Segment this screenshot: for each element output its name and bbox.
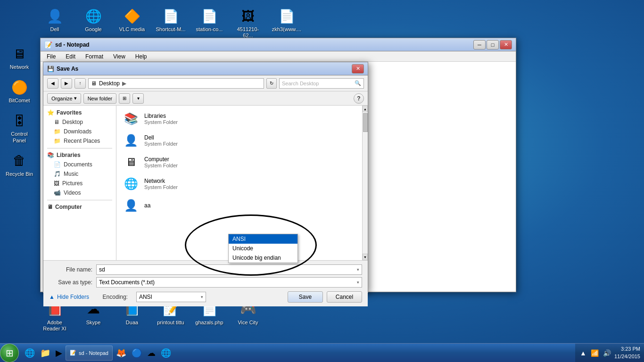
scroll-down-arrow[interactable]: ▼ bbox=[363, 254, 368, 260]
vice-city-label: Vice City bbox=[238, 320, 258, 326]
tray-show-hidden-icon[interactable]: ▲ bbox=[579, 349, 587, 357]
sidebar-item-documents[interactable]: 📄 Documents bbox=[43, 160, 116, 169]
libraries-label: Libraries bbox=[57, 152, 81, 158]
new-folder-button[interactable]: New folder bbox=[83, 93, 117, 104]
taskbar-explorer-icon[interactable]: 📁 bbox=[38, 347, 52, 359]
refresh-button[interactable]: ↻ bbox=[266, 78, 277, 89]
location-text: Desktop bbox=[99, 80, 120, 87]
taskbar-media-icon[interactable]: ▶ bbox=[54, 347, 64, 359]
tray-volume-icon[interactable]: 🔊 bbox=[602, 349, 612, 357]
menu-help[interactable]: Help bbox=[132, 52, 151, 61]
menu-format[interactable]: Format bbox=[82, 52, 107, 61]
recycle-bin-icon: 🗑 bbox=[10, 151, 29, 170]
encoding-option-ansi[interactable]: ANSI bbox=[229, 234, 297, 244]
location-bar[interactable]: 🖥 Desktop ▶ bbox=[88, 78, 264, 89]
taskbar-chrome-icon[interactable]: 🔵 bbox=[130, 347, 144, 359]
station-label: station-co... bbox=[196, 26, 223, 33]
file-item-dell[interactable]: 👤 Dell System Folder bbox=[119, 130, 360, 151]
search-bar[interactable]: Search Desktop 🔍 bbox=[279, 78, 364, 89]
desktop-icon-station[interactable]: 📄 station-co... bbox=[192, 5, 226, 41]
file-item-network[interactable]: 🌐 Network System Folder bbox=[119, 173, 360, 195]
view-button[interactable]: ⊞ bbox=[119, 93, 130, 104]
desktop-icon-control-panel[interactable]: 🎛 Control Panel bbox=[2, 109, 36, 145]
desktop-icon-network[interactable]: 🖥 Network bbox=[2, 42, 36, 72]
computer-section: 🖥 Computer bbox=[43, 202, 116, 212]
skype-label: Skype bbox=[86, 320, 101, 326]
favorites-star-icon: ⭐ bbox=[47, 109, 54, 116]
menu-view[interactable]: View bbox=[109, 52, 129, 61]
save-button[interactable]: Save bbox=[288, 291, 323, 303]
desktop-folder-label: Desktop bbox=[62, 119, 83, 125]
taskbar-notepad-item[interactable]: 📝 sd - Notepad bbox=[66, 346, 113, 361]
taskbar-ie2-icon[interactable]: 🌐 bbox=[159, 347, 173, 359]
nav-back-button[interactable]: ◀ bbox=[47, 78, 58, 89]
sidebar-item-recent-places[interactable]: 📁 Recent Places bbox=[43, 136, 116, 146]
desktop-icon-bitcomet[interactable]: 🟠 BitComet bbox=[2, 76, 36, 106]
desktop-icons-left: 🖥 Network 🟠 BitComet 🎛 Control Panel 🗑 R… bbox=[0, 38, 39, 184]
start-button[interactable]: ⊞ bbox=[0, 344, 19, 362]
organize-button[interactable]: Organize ▾ bbox=[47, 93, 81, 104]
taskbar-skype-icon[interactable]: ☁ bbox=[145, 347, 157, 359]
file-name-value: sd bbox=[99, 266, 105, 273]
shortcut-label: Shortcut-M... bbox=[156, 26, 186, 33]
cancel-button[interactable]: Cancel bbox=[327, 291, 362, 303]
taskbar-clock[interactable]: 3:23 PM 11/24/2015 bbox=[614, 346, 640, 360]
taskbar: ⊞ 🌐 📁 ▶ 📝 sd - Notepad 🦊 🔵 ☁ 🌐 ▲ 📶 🔊 3:2… bbox=[0, 343, 644, 362]
file-item-aa[interactable]: 👤 aa bbox=[119, 195, 360, 216]
desktop-icon-shortcut[interactable]: 📄 Shortcut-M... bbox=[154, 5, 188, 41]
hide-folders-button[interactable]: ▲ Hide Folders bbox=[49, 294, 89, 300]
computer-folder-type: System Folder bbox=[144, 163, 178, 168]
sidebar-item-desktop[interactable]: 🖥 Desktop bbox=[43, 117, 116, 127]
desktop-icon-dell[interactable]: 👤 Dell bbox=[38, 5, 72, 41]
sidebar-item-music[interactable]: 🎵 Music bbox=[43, 169, 116, 179]
save-type-dropdown[interactable]: Text Documents (*.txt) ▾ bbox=[96, 277, 362, 288]
desktop-icon-recycle-bin[interactable]: 🗑 Recycle Bin bbox=[2, 149, 36, 179]
file-name-input[interactable]: sd ▾ bbox=[96, 264, 362, 275]
nav-forward-button[interactable]: ▶ bbox=[61, 78, 72, 89]
notepad-titlebar[interactable]: 📝 sd - Notepad ─ □ ✕ bbox=[41, 38, 516, 51]
menu-file[interactable]: File bbox=[43, 52, 59, 61]
tray-network-icon[interactable]: 📶 bbox=[590, 349, 600, 357]
sidebar-item-videos[interactable]: 📹 Videos bbox=[43, 188, 116, 197]
dialog-left-panel: ⭐ Favorites 🖥 Desktop 📁 Downloads 📁 bbox=[43, 106, 116, 260]
notepad-maximize-button[interactable]: □ bbox=[487, 40, 499, 49]
search-icon: 🔍 bbox=[355, 80, 361, 86]
dell-folder-name: Dell bbox=[144, 134, 178, 141]
scroll-thumb[interactable] bbox=[363, 113, 368, 132]
save-type-arrow: ▾ bbox=[357, 280, 359, 285]
desktop-icon-file1[interactable]: 🖼 4511210-62... bbox=[231, 5, 265, 41]
encoding-option-unicode-big[interactable]: Unicode big endian bbox=[229, 253, 297, 263]
dell-folder-type: System Folder bbox=[144, 141, 178, 147]
notepad-close-button[interactable]: ✕ bbox=[500, 40, 512, 49]
desktop-icon-file2[interactable]: 📄 zkh3(www.... bbox=[270, 5, 304, 41]
nav-up-button[interactable]: ↑ bbox=[74, 78, 86, 89]
documents-icon: 📄 bbox=[54, 161, 61, 168]
encoding-option-unicode[interactable]: Unicode bbox=[229, 244, 297, 253]
save-type-value: Text Documents (*.txt) bbox=[99, 279, 155, 286]
desktop-icon-google[interactable]: 🌐 Google bbox=[76, 5, 110, 41]
dialog-scrollbar[interactable]: ▲ ▼ bbox=[362, 106, 368, 260]
notepad-minimize-button[interactable]: ─ bbox=[473, 40, 486, 49]
dialog-close-button[interactable]: ✕ bbox=[352, 64, 364, 74]
taskbar-firefox-icon[interactable]: 🦊 bbox=[114, 347, 128, 359]
panel-divider-1 bbox=[47, 148, 112, 148]
desktop-icon-vlc[interactable]: 🔶 VLC media bbox=[115, 5, 149, 41]
location-arrow: ▶ bbox=[122, 80, 126, 87]
file-name-row: File name: sd ▾ bbox=[49, 264, 362, 275]
scroll-track bbox=[363, 112, 368, 254]
help-button[interactable]: ? bbox=[354, 93, 364, 104]
sidebar-item-pictures[interactable]: 🖼 Pictures bbox=[43, 179, 116, 188]
file-item-libraries[interactable]: 📚 Libraries System Folder bbox=[119, 108, 360, 130]
dialog-title-icon: 💾 bbox=[47, 66, 54, 72]
taskbar-ie-icon[interactable]: 🌐 bbox=[23, 347, 37, 359]
sidebar-item-downloads[interactable]: 📁 Downloads bbox=[43, 127, 116, 136]
dialog-bottom: File name: sd ▾ Save as type: Text Docum… bbox=[43, 260, 368, 306]
panel-divider-2 bbox=[47, 200, 112, 200]
libraries-header: 📚 Libraries bbox=[43, 150, 116, 160]
view-arrow-button[interactable]: ▾ bbox=[132, 93, 144, 104]
dialog-titlebar[interactable]: 💾 Save As ✕ bbox=[43, 62, 368, 75]
file-item-computer[interactable]: 🖥 Computer System Folder bbox=[119, 151, 360, 173]
menu-edit[interactable]: Edit bbox=[62, 52, 79, 61]
encoding-dropdown-trigger[interactable]: ANSI ▾ bbox=[136, 292, 206, 302]
scroll-up-arrow[interactable]: ▲ bbox=[363, 106, 368, 112]
